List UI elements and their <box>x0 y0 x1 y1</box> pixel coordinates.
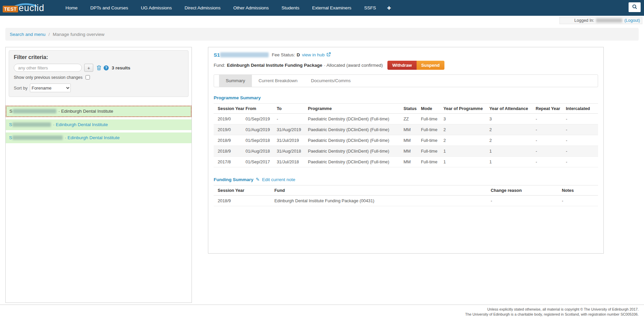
student-result-item[interactable]: S· Edinburgh Dental Institute <box>6 106 192 117</box>
search-icon <box>632 4 637 11</box>
previous-session-changes-label: Show only previous session changes <box>14 75 83 80</box>
column-header: Repeat Year <box>536 104 566 114</box>
student-result-label: · Edinburgh Dental Institute <box>65 135 120 140</box>
column-header: Change reason <box>491 185 562 196</box>
breadcrumb-search-and-menu[interactable]: Search and menu <box>10 32 46 37</box>
help-icon[interactable]: ? <box>104 65 109 70</box>
results-count: 3 results <box>112 65 130 70</box>
cell: Paediatric Dentistry (DClinDent) (Full-t… <box>308 124 404 135</box>
sort-by-select[interactable]: Forename <box>30 84 71 92</box>
top-navbar: TEST euclid Home DPTs and Courses UG Adm… <box>0 0 644 16</box>
fund-action-buttons: Withdraw Suspend <box>387 61 444 70</box>
column-header: From <box>246 104 277 114</box>
funding-summary-title: Funding Summary <box>214 177 254 182</box>
cell: 01/Aug/2019 <box>246 124 277 135</box>
table-row: 2018/9 01/Aug/2018 31/Aug/2018 Paediatri… <box>214 146 598 157</box>
student-result-item[interactable]: S· Edinburgh Dental Institute <box>6 119 192 130</box>
breadcrumb: Search and menu / Manage funding overvie… <box>5 28 639 41</box>
tab-summary[interactable]: Summary <box>219 75 252 87</box>
cell: Full-time <box>421 124 443 135</box>
nav-item-students[interactable]: Students <box>275 0 306 16</box>
cell: 2018/9 <box>214 135 246 146</box>
cell: Full-time <box>421 114 443 124</box>
cell: 31/Jul/2018 <box>277 157 308 167</box>
fund-allocation-status: · Allocated (award confirmed) <box>324 63 383 68</box>
table-row: 2017/8 01/Sep/2017 31/Jul/2018 Paediatri… <box>214 157 598 167</box>
column-header: Intercalated <box>566 104 598 114</box>
fund-name: Edinburgh Dental Institute Funding Packa… <box>227 63 322 68</box>
cell: 3 <box>443 114 489 124</box>
edit-current-note-link[interactable]: Edit current note <box>262 177 295 182</box>
cell: 31/Aug/2019 <box>277 124 308 135</box>
breadcrumb-separator: / <box>49 32 50 37</box>
cell: 2 <box>489 135 536 146</box>
column-header: Programme <box>308 104 404 114</box>
cell: 1 <box>489 146 536 157</box>
cell: 1 <box>489 157 536 167</box>
column-header: Year of Programme <box>443 104 489 114</box>
student-result-label: · Edinburgh Dental Institute <box>53 122 108 127</box>
nav-item-ssfs[interactable]: SSFS <box>358 0 382 16</box>
cell: MM <box>404 157 421 167</box>
cell: - <box>491 196 562 206</box>
nav-plus-icon[interactable]: ✚ <box>382 5 396 11</box>
cell: - <box>566 157 598 167</box>
filter-criteria-title: Filter criteria: <box>14 54 183 60</box>
column-header: Fund <box>274 185 491 196</box>
cell: 1 <box>443 157 489 167</box>
column-header: Session Year <box>214 185 274 196</box>
fund-header: Fund: Edinburgh Dental Institute Funding… <box>214 61 598 70</box>
student-result-item[interactable]: S· Edinburgh Dental Institute <box>6 132 192 143</box>
logged-in-bar: Logged In: (Logout) <box>559 17 642 24</box>
redacted-student-name <box>12 122 51 127</box>
view-in-hub-link[interactable]: view in hub <box>302 52 331 58</box>
suspend-button[interactable]: Suspend <box>417 61 444 70</box>
column-header: Status <box>404 104 421 114</box>
withdraw-button[interactable]: Withdraw <box>387 61 416 70</box>
nav-item-home[interactable]: Home <box>59 0 84 16</box>
cell: 01/Aug/2018 <box>246 146 277 157</box>
sort-by-label: Sort by <box>14 86 28 91</box>
cell: ZZ <box>404 114 421 124</box>
nav-item-direct-admissions[interactable]: Direct Admissions <box>178 0 227 16</box>
redacted-student-name <box>12 136 63 140</box>
fee-status-value: D <box>297 52 300 57</box>
cell: MM <box>404 146 421 157</box>
trash-icon[interactable] <box>97 65 101 70</box>
cell: Paediatric Dentistry (DClinDent) (Full-t… <box>308 146 404 157</box>
previous-session-changes-checkbox[interactable] <box>86 75 90 79</box>
cell: 1 <box>443 146 489 157</box>
cell: 2 <box>443 124 489 135</box>
add-filter-button[interactable]: + <box>84 64 93 72</box>
filter-input[interactable] <box>14 64 82 72</box>
cell: 2018/9 <box>214 146 246 157</box>
tab-documents-comms[interactable]: Documents/Comms <box>304 75 358 87</box>
programme-summary-table: Session Year From To Programme Status Mo… <box>214 103 598 167</box>
student-result-label: · Edinburgh Dental Institute <box>58 109 113 114</box>
cell: - <box>566 135 598 146</box>
cell: Full-time <box>421 135 443 146</box>
euclid-logo[interactable]: TEST euclid <box>3 3 59 13</box>
nav-item-other-admissions[interactable]: Other Admissions <box>227 0 275 16</box>
breadcrumb-current-page: Manage funding overview <box>53 32 104 37</box>
nav-item-dpts-and-courses[interactable]: DPTs and Courses <box>84 0 135 16</box>
funding-overview-panel: S1 Fee Status: D view in hub Fund: Edinb… <box>208 47 604 254</box>
student-header: S1 Fee Status: D view in hub <box>214 52 598 58</box>
logout-link[interactable]: (Logout) <box>624 18 640 23</box>
cell: Edinburgh Dental Institute Funding Packa… <box>274 196 491 206</box>
tab-current-breakdown[interactable]: Current Breakdown <box>252 75 304 87</box>
cell: 31/Jul/2019 <box>277 135 308 146</box>
cell: - <box>536 124 566 135</box>
logged-in-label: Logged In: <box>574 18 594 23</box>
redacted-username <box>596 18 622 22</box>
student-id-prefix: S1 <box>214 52 220 58</box>
cell: 2 <box>489 124 536 135</box>
nav-menu: Home DPTs and Courses UG Admissions Dire… <box>59 0 395 16</box>
nav-item-external-examiners[interactable]: External Examiners <box>306 0 358 16</box>
cell: 2019/0 <box>214 124 246 135</box>
results-sidebar: Filter criteria: + ? 3 results Show only… <box>5 47 192 303</box>
search-button[interactable] <box>629 2 641 12</box>
table-header-row: Session Year Fund Change reason Notes <box>214 185 598 196</box>
cell: 01/Sep/2019 <box>246 114 277 124</box>
nav-item-ug-admissions[interactable]: UG Admissions <box>135 0 178 16</box>
